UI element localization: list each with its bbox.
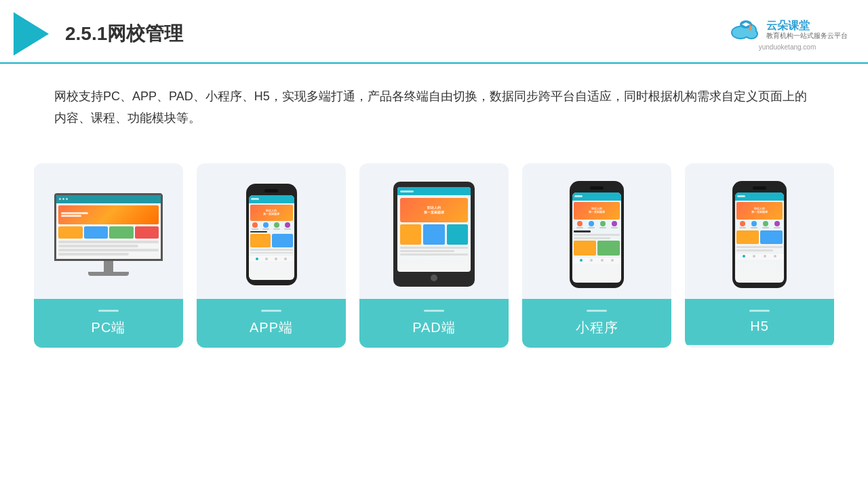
brand-area: 云朵课堂 教育机构一站式服务云平台 yunduoketang.com bbox=[727, 18, 848, 51]
miniprogram-label: 小程序 bbox=[522, 299, 671, 348]
brand-name: 云朵课堂 bbox=[766, 19, 848, 32]
cards-container: PC端 职达人的第一堂刷题课 bbox=[0, 150, 868, 361]
pc-monitor bbox=[47, 193, 170, 276]
pc-card: PC端 bbox=[34, 163, 183, 348]
pad-image-area: 职达人的第一堂刷题课 bbox=[359, 163, 509, 299]
pad-card: 职达人的第一堂刷题课 bbox=[359, 163, 509, 348]
app-label: APP端 bbox=[197, 299, 346, 348]
description-text: 网校支持PC、APP、PAD、小程序、H5，实现多端打通，产品各终端自由切换，数… bbox=[0, 64, 868, 143]
brand-tagline: 教育机构一站式服务云平台 bbox=[766, 32, 848, 40]
svg-point-5 bbox=[746, 30, 757, 38]
h5-card: 职达人的第一堂刷题课 bbox=[685, 163, 834, 348]
app-image-area: 职达人的第一堂刷题课 bbox=[197, 163, 346, 299]
monitor-screen bbox=[54, 193, 163, 261]
cloud-icon bbox=[727, 18, 761, 42]
h5-phone: 职达人的第一堂刷题课 bbox=[732, 181, 787, 288]
app-card: 职达人的第一堂刷题课 bbox=[197, 163, 346, 348]
app-phone: 职达人的第一堂刷题课 bbox=[246, 184, 297, 285]
header: 2.5.1网校管理 云朵课堂 教育机构一站式服务云平台 yu bbox=[0, 0, 868, 64]
pc-label: PC端 bbox=[34, 299, 183, 348]
pc-image-area bbox=[34, 163, 183, 299]
miniprogram-phone: 职达人的第一堂刷题课 bbox=[570, 181, 624, 288]
miniprogram-image-area: 职达人的第一堂刷题课 bbox=[522, 163, 671, 299]
brand-text-group: 云朵课堂 教育机构一站式服务云平台 bbox=[766, 19, 848, 40]
brand-url: yunduoketang.com bbox=[759, 43, 816, 51]
h5-label: H5 bbox=[685, 299, 834, 345]
h5-image-area: 职达人的第一堂刷题课 bbox=[685, 163, 834, 299]
pad-label: PAD端 bbox=[359, 299, 509, 348]
pad-device: 职达人的第一堂刷题课 bbox=[393, 182, 475, 287]
logo-triangle-icon bbox=[14, 12, 49, 56]
brand-logo: 云朵课堂 教育机构一站式服务云平台 bbox=[727, 18, 848, 42]
header-left: 2.5.1网校管理 bbox=[14, 12, 183, 56]
pad-screen: 职达人的第一堂刷题课 bbox=[397, 187, 471, 272]
miniprogram-card: 职达人的第一堂刷题课 bbox=[522, 163, 671, 348]
svg-point-8 bbox=[749, 28, 751, 30]
page-title: 2.5.1网校管理 bbox=[65, 21, 183, 47]
description-paragraph: 网校支持PC、APP、PAD、小程序、H5，实现多端打通，产品各终端自由切换，数… bbox=[54, 85, 814, 129]
